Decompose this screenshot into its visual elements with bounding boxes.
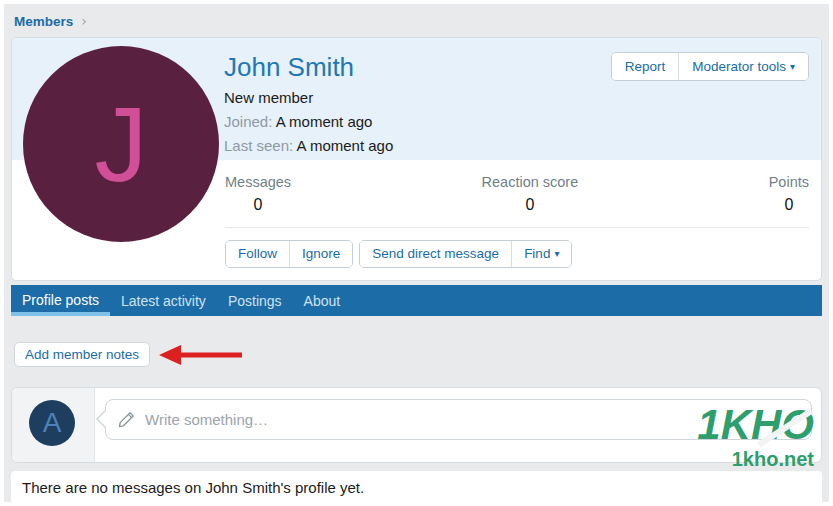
last-seen-label: Last seen:: [224, 137, 293, 154]
tab-latest-activity[interactable]: Latest activity: [110, 285, 217, 316]
pencil-icon: [118, 411, 135, 428]
stat-label: Messages: [225, 174, 291, 191]
stat-messages: Messages 0: [225, 174, 291, 214]
chevron-right-icon: ›: [81, 13, 87, 29]
stat-value: 0: [769, 196, 809, 214]
moderator-tools-button[interactable]: Moderator tools▾: [678, 53, 808, 80]
last-seen-row: Last seen: A moment ago: [224, 136, 821, 155]
add-member-notes-button[interactable]: Add member notes: [14, 342, 150, 367]
watermark: 1KHO 1kho.net: [697, 403, 814, 471]
stat-value: 0: [225, 196, 291, 214]
profile-header: J John Smith New member Joined: A moment…: [12, 38, 821, 160]
divider: [225, 227, 809, 228]
caret-down-icon: ▾: [554, 248, 559, 259]
joined-row: Joined: A moment ago: [224, 112, 821, 131]
stat-label: Reaction score: [482, 174, 579, 191]
find-button[interactable]: Find▾: [511, 241, 571, 267]
profile-avatar[interactable]: J: [23, 46, 219, 242]
member-profile-page: Members › J John Smith New member Joined…: [4, 4, 829, 502]
breadcrumb: Members ›: [4, 4, 829, 37]
joined-value: A moment ago: [276, 113, 373, 130]
report-button[interactable]: Report: [612, 53, 679, 80]
ignore-button[interactable]: Ignore: [289, 241, 352, 267]
member-role: New member: [224, 88, 821, 107]
current-user-avatar: A: [29, 400, 75, 446]
stat-label: Points: [769, 174, 809, 191]
find-label: Find: [524, 246, 550, 261]
joined-label: Joined:: [224, 113, 272, 130]
follow-button[interactable]: Follow: [226, 241, 289, 267]
profile-action-row: Follow Ignore Send direct message Find▾: [225, 240, 809, 268]
caret-down-icon: ▾: [790, 61, 795, 72]
breadcrumb-members-link[interactable]: Members: [14, 14, 73, 29]
watermark-domain: 1kho.net: [697, 448, 814, 471]
tab-postings[interactable]: Postings: [217, 285, 293, 316]
profile-card: J John Smith New member Joined: A moment…: [11, 37, 822, 281]
member-notes-row: Add member notes: [14, 342, 829, 367]
send-direct-message-button[interactable]: Send direct message: [360, 241, 511, 267]
red-arrow-icon: [158, 343, 242, 367]
tab-profile-posts[interactable]: Profile posts: [11, 285, 110, 316]
stat-value: 0: [482, 196, 579, 214]
composer-avatar-cell: A: [12, 388, 95, 462]
message-find-group: Send direct message Find▾: [359, 240, 572, 268]
stat-points: Points 0: [769, 174, 809, 214]
watermark-logo: 1KHO: [697, 403, 814, 447]
tab-about[interactable]: About: [293, 285, 352, 316]
profile-tab-bar: Profile posts Latest activity Postings A…: [11, 285, 822, 316]
stats-row: Messages 0 Reaction score 0 Points 0: [225, 174, 809, 214]
last-seen-value: A moment ago: [297, 137, 394, 154]
empty-profile-message: There are no messages on John Smith's pr…: [11, 471, 822, 502]
follow-ignore-group: Follow Ignore: [225, 240, 353, 268]
header-action-group: Report Moderator tools▾: [611, 52, 809, 81]
stat-reaction-score: Reaction score 0: [482, 174, 579, 214]
moderator-tools-label: Moderator tools: [692, 59, 786, 74]
